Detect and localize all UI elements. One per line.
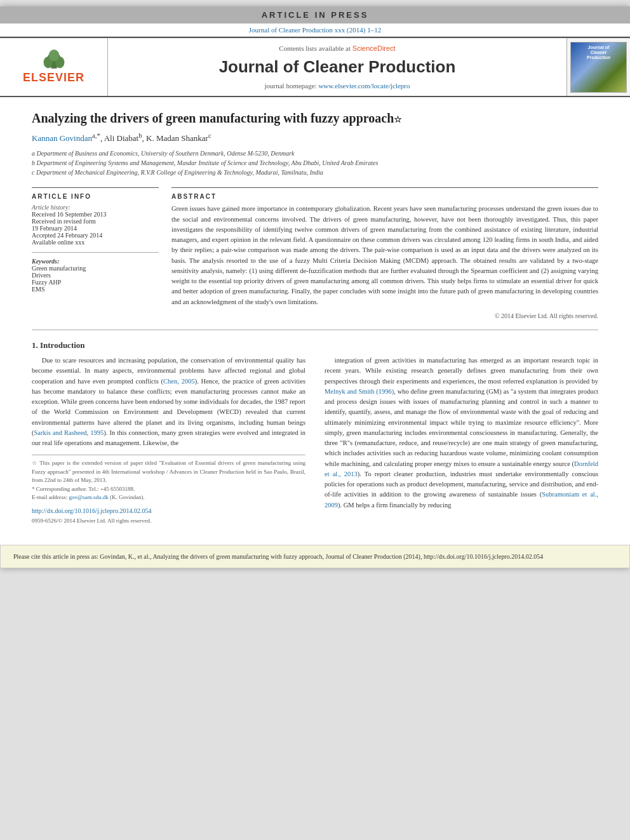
journal-thumbnail: Journal ofCleanerProduction: [570, 42, 627, 93]
journal-ref-line: Journal of Cleaner Production xxx (2014)…: [0, 23, 630, 37]
article-in-press-banner: ARTICLE IN PRESS: [0, 6, 630, 23]
svg-point-4: [48, 50, 58, 61]
abstract-heading: ABSTRACT: [171, 193, 598, 200]
keywords-section: Keywords: Green manufacturing Drivers Fu…: [32, 252, 159, 293]
melnyk-smith-link[interactable]: Melnyk and Smith (1996): [325, 388, 394, 395]
intro-para-2: integration of green activities in manuf…: [325, 356, 598, 510]
email-label: E-mail address:: [32, 494, 67, 500]
revised-date: 19 February 2014: [32, 225, 159, 232]
article-info-col: ARTICLE INFO Article history: Received 1…: [32, 187, 159, 319]
star-superscript: ☆: [394, 115, 402, 124]
article-title-text: Analyzing the drivers of green manufactu…: [32, 111, 394, 125]
dornfeld-link[interactable]: Dornfeld et al., 2013: [325, 460, 598, 477]
elsevier-tree-icon: [38, 50, 70, 70]
homepage-prefix: journal homepage:: [265, 82, 319, 90]
introduction-section: 1. Introduction Due to scare resources a…: [32, 340, 598, 526]
author-diabat: , Ali Diabat: [100, 133, 138, 143]
section-name: Introduction: [40, 340, 85, 350]
keyword-2: Drivers: [32, 272, 159, 279]
article-body: Analyzing the drivers of green manufactu…: [0, 97, 630, 538]
accepted-date: Accepted 24 February 2014: [32, 232, 159, 239]
journal-thumbnail-section: Journal ofCleanerProduction: [566, 38, 630, 96]
elsevier-wordmark: ELSEVIER: [23, 71, 84, 84]
journal-ref-text: Journal of Cleaner Production xxx (2014)…: [249, 26, 381, 34]
footnotes-section: ☆ This paper is the extended version of …: [32, 455, 305, 502]
affiliation-c: c Department of Mechanical Engineering, …: [32, 168, 598, 177]
homepage-url[interactable]: www.elsevier.com/locate/jclepro: [318, 82, 410, 90]
journal-homepage-line: journal homepage: www.elsevier.com/locat…: [265, 82, 410, 90]
keyword-4: EMS: [32, 286, 159, 293]
elsevier-logo: ELSEVIER: [16, 50, 92, 84]
star-footnote: ☆ This paper is the extended version of …: [32, 459, 305, 485]
email-suffix: (K. Govindan).: [110, 494, 145, 500]
intro-col-2: integration of green activities in manuf…: [325, 356, 598, 526]
journal-thumb-title: Journal ofCleanerProduction: [587, 45, 610, 61]
chen-2005-link[interactable]: Chen, 2005: [163, 378, 195, 385]
corresponding-footnote: * Corresponding author. Tel.: +45 655031…: [32, 485, 305, 494]
authors-line: Kannan Govindana,*, Ali Diabatb, K. Mada…: [32, 131, 598, 143]
keywords-heading: Keywords:: [32, 258, 159, 265]
affiliation-b: b Department of Engineering Systems and …: [32, 158, 598, 168]
sarkis-rasheed-link[interactable]: Sarkis and Rasheed, 1995: [34, 429, 104, 436]
article-title: Analyzing the drivers of green manufactu…: [32, 110, 598, 126]
sciencedirect-link[interactable]: ScienceDirect: [352, 44, 396, 52]
affiliation-a: a Department of Business and Economics, …: [32, 149, 598, 158]
author-govindan[interactable]: Kannan Govindan: [32, 133, 92, 143]
intro-two-col: Due to scare resources and increasing po…: [32, 356, 598, 526]
intro-col-1: Due to scare resources and increasing po…: [32, 356, 305, 526]
author-shankar: , K. Madan Shankar: [142, 133, 208, 143]
journal-header: ELSEVIER Contents lists available at Sci…: [0, 37, 630, 97]
sciencedirect-prefix: Contents lists available at: [279, 44, 352, 52]
info-abstract-section: ARTICLE INFO Article history: Received 1…: [32, 187, 598, 319]
abstract-copyright: © 2014 Elsevier Ltd. All rights reserved…: [171, 312, 598, 319]
history-label: Article history:: [32, 204, 159, 211]
page: ARTICLE IN PRESS Journal of Cleaner Prod…: [0, 6, 630, 568]
intro-section-title: 1. Introduction: [32, 340, 598, 350]
email-link[interactable]: gov@sam.sdu.dk: [69, 494, 108, 500]
citation-text: Please cite this article in press as: Go…: [13, 553, 543, 560]
keyword-1: Green manufacturing: [32, 265, 159, 272]
revised-label: Received in revised form: [32, 218, 159, 225]
sciencedirect-line: Contents lists available at ScienceDirec…: [279, 44, 395, 52]
received-date: Received 16 September 2013: [32, 211, 159, 218]
author-c-sup: c: [208, 131, 211, 139]
citation-bar: Please cite this article in press as: Go…: [0, 545, 630, 568]
affiliations: a Department of Business and Economics, …: [32, 149, 598, 177]
banner-text: ARTICLE IN PRESS: [262, 10, 369, 20]
email-footnote: E-mail address: gov@sam.sdu.dk (K. Govin…: [32, 493, 305, 502]
issn-line: 0959-6526/© 2014 Elsevier Ltd. All right…: [32, 517, 305, 526]
subramoniam-link[interactable]: Subramoniam et al., 2009: [325, 491, 598, 508]
author-a-sup: a,*: [92, 131, 100, 139]
section-divider: [32, 330, 598, 330]
elsevier-logo-section: ELSEVIER: [0, 38, 108, 96]
keyword-3: Fuzzy AHP: [32, 279, 159, 286]
intro-para-1: Due to scare resources and increasing po…: [32, 356, 305, 448]
available-online: Available online xxx: [32, 239, 159, 246]
article-info-heading: ARTICLE INFO: [32, 193, 159, 200]
journal-title-header: Journal of Cleaner Production: [219, 57, 456, 77]
doi-line[interactable]: http://dx.doi.org/10.1016/j.jclepro.2014…: [32, 506, 305, 516]
journal-header-center: Contents lists available at ScienceDirec…: [108, 38, 566, 96]
section-number: 1.: [32, 340, 38, 350]
abstract-col: ABSTRACT Green issues have gained more i…: [171, 187, 598, 319]
abstract-text: Green issues have gained more importance…: [171, 204, 598, 307]
